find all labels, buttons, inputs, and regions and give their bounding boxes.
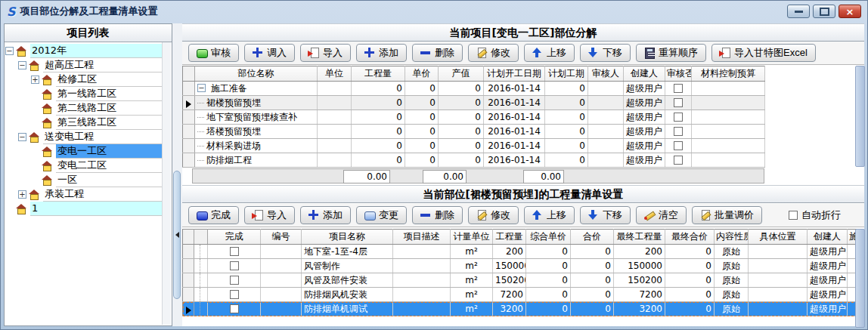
move-up-button[interactable]: 上移 bbox=[524, 206, 575, 224]
add-button[interactable]: 添加 bbox=[300, 206, 351, 224]
col-location: 具体位置 bbox=[749, 230, 808, 245]
tree-item-1[interactable]: 1 bbox=[5, 202, 163, 216]
autowrap-label: 自动折行 bbox=[801, 208, 841, 222]
table-row-current[interactable]: 裙楼预留预埋 0 0 0 2016-01-14 0 超级用户 bbox=[183, 96, 765, 110]
done-checkbox[interactable] bbox=[230, 304, 239, 313]
project-list-header: 项目列表 bbox=[5, 24, 172, 42]
done-checkbox[interactable] bbox=[230, 261, 239, 270]
top-table-scrollbar[interactable] bbox=[855, 66, 865, 167]
expand-icon[interactable] bbox=[18, 190, 26, 199]
collapse-icon[interactable] bbox=[18, 133, 26, 141]
import-gantt-excel-button[interactable]: 导入甘特图Excel bbox=[711, 44, 816, 62]
batch-price-button[interactable]: 批量调价 bbox=[692, 206, 762, 224]
collapse-icon[interactable] bbox=[18, 61, 26, 69]
house-icon bbox=[42, 175, 53, 186]
audited-checkbox[interactable] bbox=[674, 84, 683, 93]
close-button[interactable]: × bbox=[839, 5, 861, 18]
tree-scrollbar[interactable] bbox=[162, 42, 171, 325]
delete-button[interactable]: 删除 bbox=[412, 44, 463, 62]
tree-item-2012[interactable]: 2012年 bbox=[5, 44, 163, 58]
table-row[interactable]: 防排烟工程 0 0 0 2016-01-14 0 超级用户 bbox=[183, 153, 765, 168]
import-button[interactable]: 导入 bbox=[300, 44, 351, 62]
minimize-icon bbox=[795, 11, 803, 13]
header-row: 完成 编号 项目名称 项目描述 计量单位 工程量 综合单价 合价 最终工程量 最… bbox=[183, 230, 857, 245]
collapse-icon[interactable] bbox=[197, 84, 206, 92]
move-up-button[interactable]: 上移 bbox=[524, 44, 575, 62]
totals-bar: 0.00 0.00 0.00 bbox=[192, 168, 764, 184]
arrow-down-icon bbox=[588, 210, 599, 221]
title-bar[interactable]: S 项目部位分解及工程量清单设置 × bbox=[1, 1, 867, 22]
delete-button[interactable]: 删除 bbox=[412, 206, 463, 224]
house-icon bbox=[29, 190, 40, 200]
expand-icon[interactable] bbox=[31, 76, 39, 84]
total-quantity: 0.00 bbox=[343, 170, 390, 184]
tree-item-biandian1-selected[interactable]: 变电一工区 bbox=[5, 144, 163, 159]
audit-button[interactable]: 审核 bbox=[188, 44, 239, 62]
table-row[interactable]: 施工准备 0 0 0 2016-01-14 0 超级用户 bbox=[183, 82, 765, 96]
change-button[interactable]: 变更 bbox=[356, 206, 407, 224]
tree-item-chaogaoya[interactable]: 超高压工程 bbox=[5, 58, 163, 72]
minus-icon bbox=[420, 210, 431, 221]
modify-button[interactable]: 修改 bbox=[468, 206, 519, 224]
col-final-quantity: 最终工程量 bbox=[614, 230, 665, 245]
table-row[interactable]: 风管制作 m² 150000 0 0 150000 0 原始 超级用户 bbox=[183, 259, 857, 273]
arrow-down-icon bbox=[588, 48, 599, 58]
maximize-button[interactable] bbox=[813, 5, 835, 18]
add-button[interactable]: 添加 bbox=[356, 44, 407, 62]
audited-checkbox[interactable] bbox=[674, 156, 683, 165]
close-icon: × bbox=[846, 7, 854, 17]
edit-icon bbox=[476, 210, 487, 221]
col-total-price: 合价 bbox=[571, 230, 614, 245]
table-row-selected[interactable]: 防排烟单机调试 m² 3200 0 0 3200 0 原始 超级用户 bbox=[183, 302, 857, 316]
finish-button[interactable]: 完成 bbox=[188, 206, 239, 224]
table-row[interactable]: 塔楼预留预埋 0 0 0 2016-01-14 0 超级用户 bbox=[183, 125, 765, 139]
tree-item-biandian2[interactable]: 变电二工区 bbox=[5, 159, 163, 173]
audited-checkbox[interactable] bbox=[674, 141, 683, 150]
move-down-button[interactable]: 下移 bbox=[580, 44, 631, 62]
collapse-icon[interactable] bbox=[5, 47, 14, 55]
tree-item-jianxiu[interactable]: 检修工区 bbox=[5, 72, 163, 87]
clear-button[interactable]: 清空 bbox=[636, 206, 687, 224]
audited-checkbox[interactable] bbox=[674, 98, 683, 107]
done-checkbox[interactable] bbox=[230, 276, 239, 285]
tree-item-line3[interactable]: 第三线路工区 bbox=[5, 116, 163, 130]
done-checkbox[interactable] bbox=[230, 247, 239, 256]
import-button[interactable]: 导入 bbox=[244, 206, 295, 224]
col-code: 编号 bbox=[261, 230, 302, 245]
modify-button[interactable]: 修改 bbox=[468, 44, 519, 62]
tree-item-songbiandian[interactable]: 送变电工程 bbox=[5, 130, 163, 144]
load-in-button[interactable]: 调入 bbox=[244, 44, 295, 62]
col-material-budget: 材料控制预算 bbox=[692, 66, 765, 82]
col-part-name: 部位名称 bbox=[195, 66, 318, 82]
splitter-collapse-handle[interactable] bbox=[173, 171, 181, 299]
table-row[interactable]: 风管及部件安装 m² 150200 0 0 150200 0 原始 超级用户 bbox=[183, 273, 857, 288]
app-logo-icon: S bbox=[7, 5, 16, 19]
recalc-order-button[interactable]: 重算顺序 bbox=[636, 44, 706, 62]
top-section-title: 当前项目[变电一工区]部位分解 bbox=[182, 23, 864, 42]
col-creator: 创建人 bbox=[808, 230, 848, 245]
tree-item-chengzhuang[interactable]: 承装工程 bbox=[5, 187, 163, 202]
tree-item-line1[interactable]: 第一线路工区 bbox=[5, 87, 163, 101]
audited-checkbox[interactable] bbox=[674, 113, 683, 122]
minimize-button[interactable] bbox=[787, 5, 810, 18]
import-icon bbox=[253, 210, 263, 221]
plus-icon bbox=[308, 210, 319, 221]
tree-item-yiqu[interactable]: 一区 bbox=[5, 173, 163, 187]
header-row: 部位名称 单位 工程量 单价 产值 计划开工日期 计划工期 审核人 创建人 审核… bbox=[183, 66, 765, 82]
audited-checkbox[interactable] bbox=[674, 127, 683, 136]
table-row[interactable]: 地下室-1至-4层 m² 200 0 0 200 0 原始 超级用户 bbox=[183, 245, 857, 259]
table-row[interactable]: 地下室预留预埋核查补 0 0 0 2016-01-14 0 超级用户 bbox=[183, 110, 765, 125]
maximize-icon bbox=[820, 8, 829, 16]
done-checkbox[interactable] bbox=[230, 290, 239, 299]
import-icon bbox=[308, 48, 319, 58]
col-auditor: 审核人 bbox=[588, 66, 624, 82]
house-icon bbox=[42, 89, 53, 100]
house-icon bbox=[42, 75, 53, 85]
table-row[interactable]: 防排烟风机安装 m² 7200 0 0 7200 0 原始 超级用户 bbox=[183, 288, 857, 302]
move-down-button[interactable]: 下移 bbox=[580, 206, 631, 224]
col-comp-unit-price: 综合单价 bbox=[526, 230, 571, 245]
tree-item-line2[interactable]: 第二线路工区 bbox=[5, 101, 163, 116]
bottom-table-scrollbar[interactable] bbox=[855, 229, 865, 328]
autowrap-checkbox[interactable] bbox=[789, 211, 798, 220]
table-row[interactable]: 材料采购进场 0 0 0 2016-01-14 0 超级用户 bbox=[183, 139, 765, 153]
